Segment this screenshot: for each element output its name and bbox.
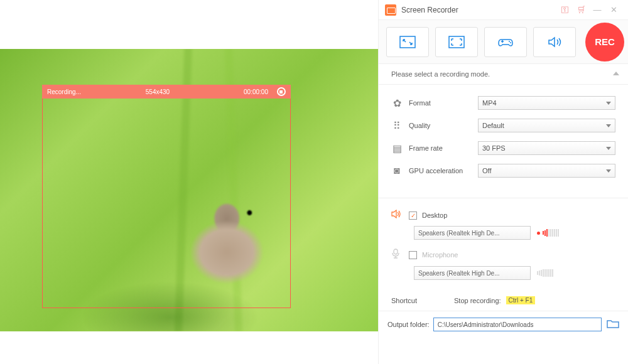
record-button[interactable]: REC — [585, 23, 624, 62]
folder-icon[interactable] — [607, 319, 619, 330]
format-label: Format — [409, 99, 478, 107]
svg-point-2 — [509, 41, 510, 42]
desktop-device-select[interactable]: Speakers (Realtek High De... — [414, 226, 531, 240]
chevron-down-icon — [606, 147, 611, 150]
svg-rect-1 — [449, 36, 464, 48]
output-row: Output folder: C:\Users\Administrator\Do… — [379, 311, 628, 338]
framerate-label: Frame rate — [409, 144, 478, 152]
titlebar: Screen Recorder ⚿ 🛒︎ — ✕ — [379, 0, 628, 20]
stop-icon[interactable] — [277, 87, 286, 96]
format-icon: ✿︎ — [391, 97, 403, 109]
stop-label: Stop recording: — [454, 297, 501, 304]
mode-toolbar: REC — [379, 20, 628, 64]
close-icon[interactable]: ✕ — [605, 3, 622, 17]
mode-region[interactable] — [386, 27, 429, 57]
capture-region[interactable] — [42, 85, 291, 308]
output-label: Output folder: — [387, 321, 430, 328]
collapse-icon[interactable] — [613, 72, 619, 75]
chevron-down-icon — [606, 124, 611, 127]
desktop-checkbox[interactable]: ✓ — [409, 211, 417, 220]
microphone-icon — [391, 249, 403, 261]
speaker-icon — [391, 210, 403, 221]
recording-dimensions: 554x430 — [121, 88, 194, 95]
settings-group: ✿︎ Format MP4 ⠿ Quality Default ▤ Frame … — [379, 85, 628, 193]
recording-timer: 00:00:00 — [195, 88, 273, 95]
desktop-level-meter — [537, 229, 559, 237]
desktop-label: Desktop — [422, 211, 447, 219]
framerate-icon: ▤ — [391, 142, 403, 154]
shortcut-label: Shortcut — [391, 297, 454, 304]
mode-fullscreen[interactable] — [435, 27, 478, 57]
mic-label: Microphone — [422, 251, 458, 259]
shortcut-key: Ctrl + F1 — [506, 296, 536, 304]
recording-overlay-bar: Recording... 554x430 00:00:00 — [42, 85, 291, 99]
app-logo-icon — [385, 4, 396, 16]
output-folder-select[interactable]: C:\Users\Administrator\Downloads — [433, 318, 602, 331]
quality-label: Quality — [409, 122, 478, 129]
minimize-icon[interactable]: — — [589, 3, 605, 17]
mic-level-meter — [537, 269, 553, 277]
shortcut-row: Shortcut Stop recording: Ctrl + F1 — [379, 285, 628, 311]
gpu-select[interactable]: Off — [478, 164, 615, 178]
framerate-select[interactable]: 30 FPS — [478, 141, 615, 155]
recording-status: Recording... — [47, 88, 121, 95]
recording-preview: Recording... 554x430 00:00:00 — [0, 49, 378, 331]
audio-group: ✓ Desktop Speakers (Realtek High De... M… — [379, 210, 628, 280]
mic-device-select[interactable]: Speakers (Realtek High De... — [414, 266, 531, 280]
quality-select[interactable]: Default — [478, 119, 615, 132]
cart-icon[interactable]: 🛒︎ — [573, 3, 589, 17]
quality-icon: ⠿ — [391, 120, 403, 132]
gpu-icon: ◙ — [391, 165, 403, 176]
mode-hint: Please select a recording mode. — [379, 64, 628, 85]
format-select[interactable]: MP4 — [478, 96, 615, 110]
mode-game[interactable] — [484, 27, 527, 57]
svg-point-3 — [510, 42, 511, 43]
chevron-down-icon — [606, 102, 611, 105]
gpu-label: GPU acceleration — [409, 167, 478, 174]
mic-checkbox[interactable] — [409, 251, 417, 259]
key-icon[interactable]: ⚿ — [556, 3, 573, 17]
chevron-down-icon — [606, 169, 611, 173]
app-title: Screen Recorder — [401, 6, 458, 14]
recorder-panel: Screen Recorder ⚿ 🛒︎ — ✕ REC Please sele… — [378, 0, 628, 364]
mode-audio[interactable] — [533, 27, 576, 57]
svg-rect-0 — [400, 36, 415, 48]
svg-rect-4 — [394, 249, 398, 254]
divider — [379, 198, 628, 198]
